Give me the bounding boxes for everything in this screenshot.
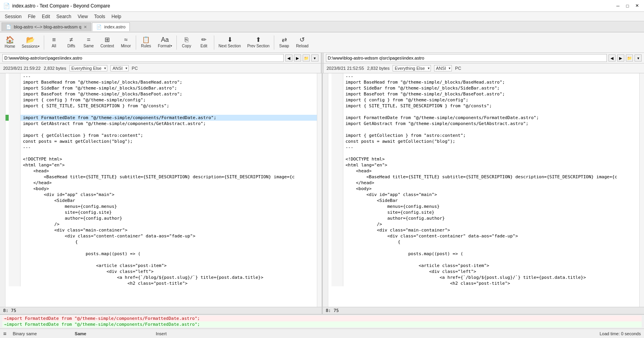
rules-label: Rules — [141, 44, 151, 48]
swap-button[interactable]: ⇄ Swap — [276, 34, 292, 51]
code-line: <body> — [6, 186, 317, 192]
line-number — [331, 121, 343, 127]
line-number — [9, 215, 21, 221]
menu-edit[interactable]: Edit — [39, 13, 53, 20]
context-button[interactable]: ⊞ Context — [98, 34, 117, 51]
line-number — [331, 245, 343, 251]
code-line: </head> — [6, 180, 317, 186]
tab-2[interactable]: 📄 index.astro — [92, 22, 130, 31]
swap-icon: ⇄ — [282, 37, 287, 43]
copy-icon: ⎘ — [185, 37, 189, 43]
line-marker — [328, 150, 331, 156]
right-path-forward[interactable]: ▶ — [617, 54, 624, 62]
right-scrollbar[interactable] — [639, 73, 644, 307]
left-charset-dropdown[interactable]: ANSI — [110, 65, 129, 71]
line-content: <body> — [21, 186, 49, 192]
code-line: <div class="content-container" data-aos=… — [6, 233, 317, 239]
line-content: <h2 class="post-title"> — [21, 280, 187, 286]
line-marker — [328, 275, 331, 280]
edit-icon: ✏ — [201, 37, 206, 43]
copy-button[interactable]: ⎘ Copy — [178, 34, 195, 51]
line-marker — [328, 162, 331, 168]
left-scrollbar[interactable] — [317, 73, 322, 307]
line-number — [331, 156, 343, 162]
tab-1[interactable]: 📄 blog-astro <--> blog-astro-wdssm q ✕ — [2, 22, 91, 31]
left-code-container: ---import BaseHead from "@/theme-simple/… — [6, 73, 317, 286]
left-path-browse[interactable]: 📁 — [303, 54, 310, 62]
left-pane-wrapper: ---import BaseHead from "@/theme-simple/… — [0, 73, 323, 307]
line-marker — [328, 263, 331, 269]
sessions-button[interactable]: 📂 Sessions▾ — [19, 34, 42, 51]
reload-button[interactable]: ↺ Reload — [293, 34, 311, 51]
line-number — [9, 280, 21, 286]
code-line: <head> — [328, 168, 640, 174]
minor-button[interactable]: ≈ Minor — [118, 34, 134, 51]
menu-help[interactable]: Help — [109, 13, 125, 20]
line-content: <!DOCTYPE html> — [343, 156, 385, 162]
right-code-scroll[interactable]: ---import BaseHead from "@/theme-simple/… — [328, 73, 640, 307]
format-icon: Aa — [161, 37, 169, 43]
line-number — [9, 144, 21, 150]
line-content: import BaseHead from "@/theme-simple/_bl… — [343, 79, 505, 85]
load-time: Load time: 0 seconds — [599, 331, 641, 336]
code-line: posts.map((post) => ( — [328, 251, 640, 257]
line-number — [9, 263, 21, 269]
left-path-bar: ◀ ▶ 📁 ▾ — [0, 53, 321, 63]
line-number — [331, 138, 343, 144]
right-path-input[interactable] — [326, 54, 607, 62]
left-path-input[interactable] — [2, 54, 284, 62]
code-line — [6, 245, 317, 251]
rules-icon: 📋 — [142, 37, 150, 43]
code-line: { — [328, 239, 640, 245]
format-button[interactable]: Aa Format▾ — [155, 34, 175, 51]
tab-1-close[interactable]: ✕ — [84, 25, 87, 29]
left-path-dropdown[interactable]: ▾ — [311, 54, 318, 62]
line-number — [331, 109, 343, 115]
left-path-forward[interactable]: ▶ — [294, 54, 301, 62]
home-button[interactable]: 🏠 Home — [2, 34, 18, 51]
line-number — [9, 156, 21, 162]
line-content: <BaseHead title={SITE_TITLE} subtitle={S… — [21, 174, 295, 180]
right-charset-dropdown[interactable]: ANSI — [434, 65, 452, 71]
maximize-button[interactable]: □ — [623, 2, 631, 10]
menu-search[interactable]: Search — [53, 13, 75, 20]
left-path-back[interactable]: ◀ — [285, 54, 292, 62]
edit-label: Edit — [200, 44, 207, 48]
next-section-button[interactable]: ⬇ Next Section — [216, 34, 244, 51]
line-marker — [6, 97, 9, 103]
all-button[interactable]: ≡ All — [46, 34, 62, 51]
left-encoding-dropdown[interactable]: Everything Else — [69, 65, 107, 71]
minimize-button[interactable]: ─ — [614, 2, 622, 10]
edit-button[interactable]: ✏ Edit — [196, 34, 212, 51]
toolbar-sep-5 — [274, 35, 274, 50]
same-button[interactable]: = Same — [80, 34, 97, 51]
diffs-button[interactable]: ≠ Diffs — [63, 34, 80, 51]
right-path-back[interactable]: ◀ — [608, 54, 616, 62]
diff-new-line: ⇒import FormattedDate from "@/theme-simp… — [2, 321, 642, 327]
line-content: /> — [21, 221, 60, 227]
line-content: import FormattedDate from "@/theme-simpl… — [21, 115, 216, 121]
left-code-scroll[interactable]: ---import BaseHead from "@/theme-simple/… — [6, 73, 317, 307]
prev-section-button[interactable]: ⬆ Prev Section — [244, 34, 272, 51]
menu-session[interactable]: Session — [2, 13, 25, 20]
code-line: </head> — [328, 180, 640, 186]
context-icon: ⊞ — [105, 37, 110, 43]
menu-file[interactable]: File — [25, 13, 39, 20]
main-layout: 📄 index.astro - Text Compare - Beyond Co… — [0, 0, 644, 338]
menu-view[interactable]: View — [75, 13, 91, 20]
sessions-label: Sessions▾ — [22, 44, 39, 49]
menu-tools[interactable]: Tools — [91, 13, 109, 20]
code-line: site={config.site} — [6, 209, 317, 215]
right-path-dropdown[interactable]: ▾ — [635, 54, 642, 62]
code-line: const posts = await getCollection("blog"… — [6, 138, 317, 144]
right-line-ending: PC — [455, 66, 461, 71]
line-number — [331, 198, 343, 204]
right-encoding-dropdown[interactable]: Everything Else — [393, 65, 431, 71]
toolbar: 🏠 Home 📂 Sessions▾ ≡ All ≠ Diffs = Same … — [0, 32, 644, 53]
line-number — [331, 269, 343, 275]
right-position: 8: 75 — [326, 308, 339, 313]
rules-button[interactable]: 📋 Rules — [138, 34, 154, 51]
right-path-browse[interactable]: 📁 — [626, 54, 633, 62]
line-marker — [6, 233, 9, 239]
close-button[interactable]: ✕ — [633, 2, 641, 10]
